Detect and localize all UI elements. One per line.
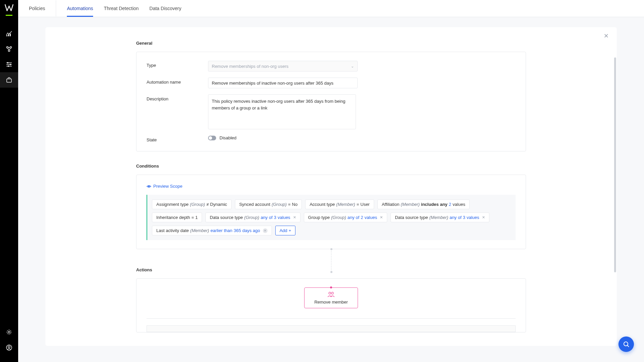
condition-chip[interactable]: Group type (Group) any of 2 values✕ [304, 213, 387, 222]
automation-name-label: Automation name [147, 78, 208, 85]
bottom-placeholder [147, 325, 516, 332]
left-sidebar [0, 0, 18, 362]
svg-rect-1 [8, 34, 9, 36]
user-circle-icon [6, 344, 12, 351]
conditions-section: Preview Scope Assignment type (Group) ≠ … [136, 175, 526, 249]
svg-rect-9 [7, 79, 11, 82]
automation-name-input[interactable] [208, 78, 358, 88]
section-title-conditions: Conditions [136, 164, 526, 169]
action-label: Remove member [314, 300, 348, 305]
state-value: Disabled [219, 135, 237, 140]
general-section: Type Remove memberships of non-org users… [136, 52, 526, 151]
editor-panel: ✕ General Type Remove memberships of non… [45, 27, 617, 346]
logo-icon [5, 4, 13, 11]
svg-point-13 [148, 186, 150, 187]
sliders-icon [6, 61, 12, 68]
condition-chip[interactable]: Data source type (Member) any of 3 value… [391, 213, 489, 222]
type-select[interactable]: Remove memberships of non-org users ⌄ [208, 61, 358, 72]
svg-point-16 [624, 342, 628, 346]
sidebar-settings-icon[interactable] [0, 324, 18, 340]
chart-icon [6, 30, 12, 37]
svg-rect-0 [6, 35, 7, 36]
state-label: State [147, 135, 208, 142]
close-button[interactable]: ✕ [602, 32, 610, 40]
condition-chip[interactable]: Last activity date (Member) earlier than… [152, 226, 272, 235]
sidebar-graph-icon[interactable] [0, 41, 18, 57]
remove-chip-icon[interactable]: ✕ [263, 228, 268, 233]
svg-point-10 [8, 331, 10, 333]
remove-member-icon [327, 291, 335, 298]
svg-point-14 [329, 292, 331, 294]
description-textarea[interactable] [208, 94, 356, 129]
svg-point-12 [8, 346, 10, 348]
section-title-general: General [136, 41, 526, 46]
svg-point-3 [7, 47, 8, 48]
condition-chip[interactable]: Affiliation (Member) includes any 2 valu… [377, 199, 470, 209]
svg-point-15 [331, 292, 333, 294]
remove-chip-icon[interactable]: ✕ [482, 215, 485, 220]
close-icon: ✕ [604, 32, 609, 40]
sidebar-bottom [0, 324, 18, 355]
chevron-down-icon: ⌄ [351, 64, 354, 69]
sidebar-briefcase-icon[interactable] [0, 72, 18, 88]
logo[interactable] [4, 3, 14, 13]
eye-icon [147, 184, 151, 189]
conditions-chips: Assignment type (Group) ≠ DynamicSynced … [147, 195, 516, 240]
svg-rect-2 [10, 34, 11, 36]
actions-section: Remove member [136, 278, 526, 332]
plus-icon: + [289, 228, 291, 233]
remove-chip-icon[interactable]: ✕ [380, 215, 383, 220]
condition-chip[interactable]: Synced account (Group) = No [235, 199, 302, 209]
svg-point-8 [8, 65, 9, 67]
svg-point-5 [8, 50, 10, 52]
nodes-icon [6, 46, 12, 52]
sidebar-analytics-icon[interactable] [0, 26, 18, 41]
condition-chip[interactable]: Account type (Member) = User [305, 199, 374, 209]
condition-chip[interactable]: Assignment type (Group) ≠ Dynamic [152, 199, 232, 209]
svg-point-6 [7, 62, 8, 63]
nav-threat-detection[interactable]: Threat Detection [104, 0, 139, 16]
state-toggle[interactable] [208, 136, 216, 140]
connector [136, 249, 526, 272]
sidebar-user-icon[interactable] [0, 340, 18, 355]
svg-point-4 [10, 47, 12, 48]
nav-policies[interactable]: Policies [29, 0, 56, 16]
sidebar-sliders-icon[interactable] [0, 57, 18, 72]
action-remove-member[interactable]: Remove member [304, 287, 358, 308]
top-nav: Policies Automations Threat Detection Da… [18, 0, 644, 17]
remove-chip-icon[interactable]: ✕ [293, 215, 296, 220]
briefcase-icon [6, 77, 12, 83]
type-label: Type [147, 61, 208, 68]
main-content: ✕ General Type Remove memberships of non… [18, 17, 644, 362]
nav-data-discovery[interactable]: Data Discovery [150, 0, 182, 16]
chat-search-icon [622, 341, 630, 348]
nav-automations[interactable]: Automations [67, 0, 93, 16]
type-value: Remove memberships of non-org users [212, 64, 288, 69]
condition-chip[interactable]: Data source type (Group) any of 3 values… [205, 213, 300, 222]
description-label: Description [147, 94, 208, 101]
gear-icon [6, 329, 12, 335]
add-condition-button[interactable]: Add + [275, 226, 296, 235]
condition-chip[interactable]: Inheritance depth = 1 [152, 213, 202, 222]
help-button[interactable] [618, 336, 634, 352]
logo-accent [6, 15, 12, 16]
scrollbar[interactable] [614, 57, 616, 272]
svg-point-7 [10, 64, 11, 65]
preview-scope-link[interactable]: Preview Scope [147, 184, 516, 189]
